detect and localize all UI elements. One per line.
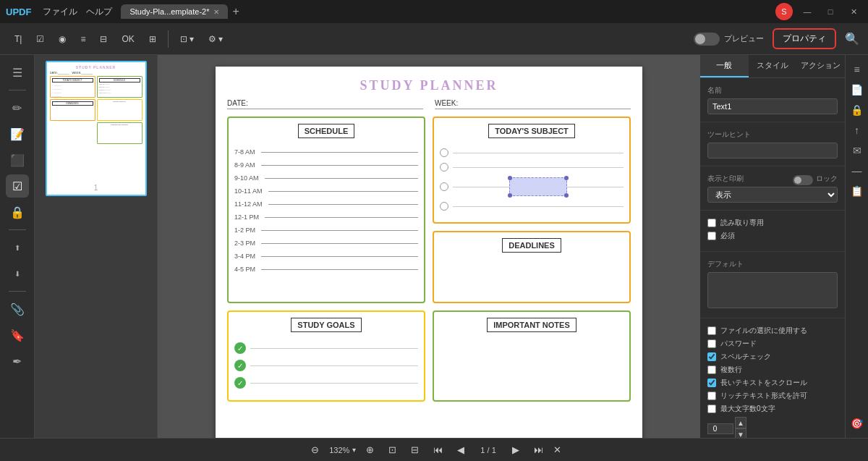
date-week-row: DATE: WEEK: [227,99,631,109]
sidebar-icon-nav1[interactable]: ⬆ [6,236,29,259]
maximize-button[interactable]: □ [822,3,839,20]
zoom-out-button[interactable]: ⊖ [307,443,323,457]
first-page-button[interactable]: ⏮ [429,443,447,457]
separator-1 [168,30,169,48]
combo-tool-button[interactable]: ⊟ [94,31,113,47]
schedule-row-1: 7-8 AM [234,148,418,156]
app-logo: UPDF [6,7,31,17]
right-icon-5[interactable]: ✉ [848,142,866,159]
schedule-row-2: 8-9 AM [234,161,418,169]
align-button[interactable]: ⊡ ▾ [174,31,200,47]
sidebar-icon-annotate[interactable]: 📝 [6,122,29,145]
tab-style[interactable]: スタイル [749,55,797,77]
multiline-checkbox[interactable] [707,365,716,374]
tab-close-icon[interactable]: ✕ [213,8,219,16]
password-checkbox[interactable] [707,339,716,348]
time-6: 12-1 PM [234,213,259,221]
sidebar-icon-attach[interactable]: 📎 [6,297,29,321]
sidebar-icon-sign[interactable]: ✒ [6,350,29,373]
handle-bl[interactable] [508,193,512,198]
search-button[interactable]: 🔍 [845,32,859,46]
richtext-checkbox[interactable] [707,392,716,400]
sidebar-icon-edit[interactable]: ✏ [6,96,29,119]
spellcheck-checkbox[interactable] [707,352,716,361]
fit-width-button[interactable]: ⊟ [407,443,423,457]
list-tool-button[interactable]: ≡ [75,31,91,47]
scroll-checkbox[interactable] [707,378,716,387]
radio-tool-button[interactable]: ◉ [53,31,72,47]
settings-button[interactable]: ⚙ ▾ [203,31,229,47]
close-button[interactable]: ✕ [845,3,862,20]
password-row: パスワード [707,339,838,349]
file-checkbox[interactable] [707,326,716,335]
fit-page-button[interactable]: ⊡ [384,443,401,457]
next-page-button[interactable]: ▶ [508,443,524,457]
goals-row-2: ✓ [234,360,418,371]
lock-toggle: ロック [793,174,838,187]
prev-page-button[interactable]: ◀ [453,443,469,457]
thumbnail-page-1[interactable]: STUDY PLANNER DATE:_______WEEK:_______ T… [46,61,147,196]
lock-switch[interactable] [793,175,813,185]
tab-action[interactable]: アクション [796,55,845,77]
num-input[interactable] [707,423,733,434]
tab-general[interactable]: 一般 [700,55,749,77]
bottom-close-button[interactable]: ✕ [553,444,561,455]
readonly-checkbox[interactable] [707,219,716,227]
num-down-button[interactable]: ▼ [735,428,746,438]
menu-help[interactable]: ヘルプ [86,6,112,18]
display-select[interactable]: 表示 [707,187,838,203]
properties-button[interactable]: プロパティ [773,28,836,49]
right-icon-1[interactable]: ≡ [848,61,866,78]
sidebar-icon-form[interactable]: ☑ [6,174,29,198]
radio-3[interactable] [440,182,448,191]
ok-tool-button[interactable]: OK [116,31,140,47]
right-icon-bottom[interactable]: 🎯 [848,415,866,432]
richtext-row: リッチテキスト形式を許可 [707,391,838,401]
check-tool-button[interactable]: ☑ [30,31,50,47]
last-page-button[interactable]: ⏭ [529,443,548,457]
goals-line-2 [250,365,418,366]
right-icon-3[interactable]: 🔒 [848,101,866,119]
num-up-button[interactable]: ▲ [735,417,746,428]
extra-options-section: ファイルの選択に使用する パスワード スペルチェック 複数行 長いテキストをスク… [700,318,845,438]
tooltip-input[interactable] [707,143,838,158]
pdf-canvas[interactable]: STUDY PLANNER DATE: WEEK: TODAY'S SUBJEC… [158,55,700,438]
sidebar-icon-menu[interactable]: ☰ [6,61,29,84]
active-tab[interactable]: Study-Pla...emplate-2* ✕ [121,4,228,19]
line-4 [453,206,624,207]
radio-1[interactable] [440,148,448,157]
tab-label: Study-Pla...emplate-2* [129,7,209,16]
handle-br[interactable] [564,193,569,198]
required-checkbox[interactable] [707,232,716,240]
zoom-in-button[interactable]: ⊕ [362,443,378,457]
minimize-button[interactable]: — [799,3,816,20]
sidebar-icon-nav2[interactable]: ⬇ [6,262,29,285]
avatar[interactable]: S [775,3,793,20]
subject-title: TODAY'S SUBJECT [488,124,575,138]
menu-file[interactable]: ファイル [43,6,77,18]
maxchars-checkbox[interactable] [707,405,716,413]
right-icon-2[interactable]: 📄 [848,81,866,98]
sidebar-icon-bookmark[interactable]: 🔖 [6,323,29,347]
right-icon-7[interactable]: 📋 [848,182,866,200]
selected-textbox[interactable] [509,177,567,196]
default-textarea[interactable] [707,272,838,308]
name-label: 名前 [707,85,838,96]
sidebar-icon-protect[interactable]: 🔒 [6,200,29,224]
schedule-row-5: 11-12 AM [234,200,418,208]
properties-panel: 一般 スタイル アクション 名前 ツールヒント 表示と印刷 ロック [700,55,845,438]
name-input[interactable] [707,98,838,114]
grid-tool-button[interactable]: ⊞ [143,31,162,47]
radio-2[interactable] [440,163,448,172]
radio-4[interactable] [440,202,448,211]
right-icon-4[interactable]: ↑ [848,122,866,139]
sidebar-icon-shape[interactable]: ⬛ [6,148,29,172]
preview-switch[interactable] [694,33,720,46]
handle-tl[interactable] [508,176,512,180]
deadlines-box: DEADLINES [433,231,631,303]
add-tab-button[interactable]: + [232,5,239,18]
text-tool-button[interactable]: T| [9,31,27,47]
right-icon-6[interactable]: — [848,162,866,179]
zoom-dropdown-button[interactable]: ▾ [352,446,356,454]
handle-tr[interactable] [564,176,569,180]
